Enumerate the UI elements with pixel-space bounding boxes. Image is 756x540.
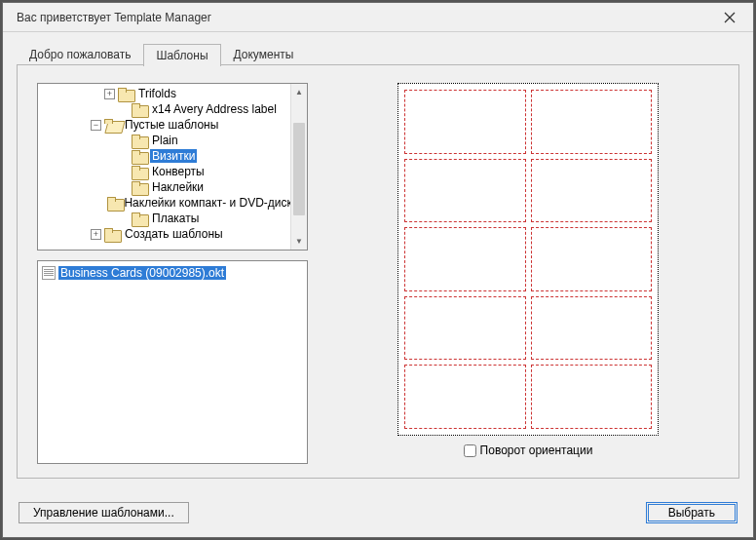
tab-welcome[interactable]: Добро пожаловать xyxy=(17,43,143,65)
tree-row[interactable]: Плакаты xyxy=(38,211,307,226)
folder-icon xyxy=(132,135,147,147)
expand-icon[interactable]: + xyxy=(91,229,101,240)
folder-icon xyxy=(132,150,147,163)
preview-card xyxy=(404,90,526,154)
folder-icon xyxy=(132,166,147,178)
folder-icon xyxy=(132,181,147,194)
right-column: Поворот ориентации xyxy=(337,83,719,464)
tree-item-label: Trifolds xyxy=(136,87,178,100)
folder-open-icon xyxy=(104,119,120,132)
choose-button[interactable]: Выбрать xyxy=(646,502,737,523)
file-list[interactable]: Business Cards (09002985).okt xyxy=(37,260,308,464)
rotate-orientation-checkbox[interactable] xyxy=(464,444,476,457)
preview-card xyxy=(404,296,526,361)
footer: Управление шаблонами... Выбрать xyxy=(3,492,753,537)
tab-documents[interactable]: Документы xyxy=(221,43,307,65)
content-area: Добро пожаловать Шаблоны Документы +Trif… xyxy=(3,32,753,492)
tab-bar: Добро пожаловать Шаблоны Документы xyxy=(17,42,739,65)
tree-row[interactable]: Конверты xyxy=(38,164,307,179)
tree-row[interactable]: Plain xyxy=(38,133,307,148)
scroll-down-button[interactable]: ▼ xyxy=(291,233,307,250)
scroll-thumb[interactable] xyxy=(293,123,305,215)
left-column: +Trifoldsx14 Avery Address label−Пустые … xyxy=(37,83,308,464)
expand-icon[interactable]: + xyxy=(104,89,115,99)
preview-card xyxy=(531,227,653,291)
document-icon xyxy=(42,266,56,280)
tree-item-label: Пустые шаблоны xyxy=(123,118,220,132)
folder-icon xyxy=(107,197,119,210)
close-icon xyxy=(724,12,736,23)
manage-templates-button[interactable]: Управление шаблонами... xyxy=(19,502,189,523)
tree-item-label: Визитки xyxy=(150,149,197,163)
folder-icon xyxy=(132,212,147,225)
tree-item-label: Конверты xyxy=(150,165,207,178)
preview-card xyxy=(404,227,526,291)
folder-icon xyxy=(132,103,147,116)
tree-row[interactable]: Визитки xyxy=(38,148,307,164)
tree-row[interactable]: +Trifolds xyxy=(38,86,307,101)
titlebar: Вас приветствует Template Manager xyxy=(3,3,753,32)
file-label: Business Cards (09002985).okt xyxy=(58,266,226,280)
collapse-icon[interactable]: − xyxy=(91,120,101,131)
tree-item-label: Создать шаблоны xyxy=(123,227,225,241)
preview-card xyxy=(531,159,653,223)
tree-item-label: Plain xyxy=(150,134,180,147)
rotate-orientation-row[interactable]: Поворот ориентации xyxy=(464,444,593,457)
scroll-up-button[interactable]: ▲ xyxy=(291,84,307,100)
tree-row[interactable]: x14 Avery Address label xyxy=(38,101,307,117)
tree-scrollbar[interactable]: ▲ ▼ xyxy=(290,84,307,250)
preview-card xyxy=(531,365,653,429)
tree-item-label: Наклейки xyxy=(150,180,206,194)
tree-row[interactable]: Наклейки xyxy=(38,179,307,195)
list-item[interactable]: Business Cards (09002985).okt xyxy=(42,265,303,281)
tree-item-label: Наклейки компакт- и DVD-дисков xyxy=(122,196,307,210)
tree-item-label: x14 Avery Address label xyxy=(150,102,279,116)
preview-card xyxy=(404,159,526,223)
tab-templates[interactable]: Шаблоны xyxy=(143,44,220,66)
folder-icon xyxy=(104,228,120,241)
dialog-window: Вас приветствует Template Manager Добро … xyxy=(2,2,754,538)
templates-panel: +Trifoldsx14 Avery Address label−Пустые … xyxy=(17,64,739,479)
preview-card xyxy=(531,90,653,154)
template-preview xyxy=(397,83,659,436)
preview-card xyxy=(531,296,653,361)
rotate-orientation-label: Поворот ориентации xyxy=(480,444,593,457)
tree-item-label: Плакаты xyxy=(150,212,201,225)
tree-row[interactable]: +Создать шаблоны xyxy=(38,226,307,242)
tree-row[interactable]: Наклейки компакт- и DVD-дисков xyxy=(38,195,307,211)
tree-row[interactable]: −Пустые шаблоны xyxy=(38,117,307,133)
window-title: Вас приветствует Template Manager xyxy=(17,11,716,24)
folder-tree[interactable]: +Trifoldsx14 Avery Address label−Пустые … xyxy=(37,83,308,251)
preview-card xyxy=(404,365,526,429)
close-button[interactable] xyxy=(716,8,743,27)
folder-icon xyxy=(118,88,133,100)
